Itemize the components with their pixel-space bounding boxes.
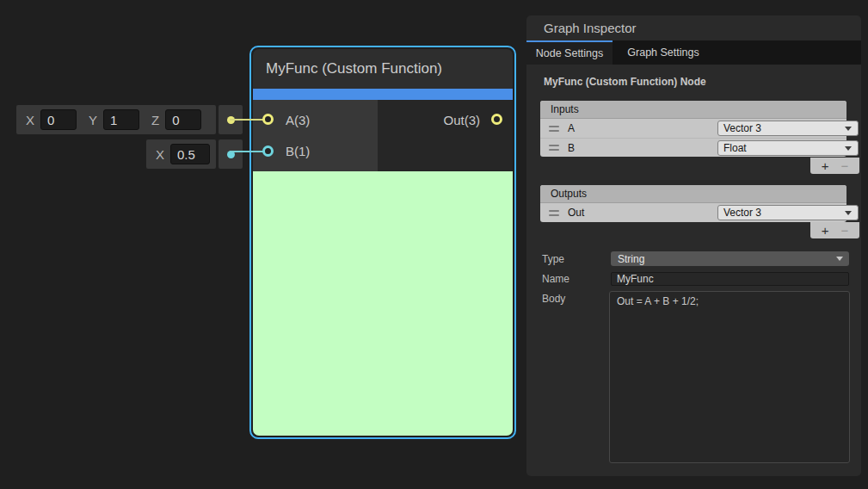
input-a-name: A <box>568 122 575 134</box>
output-out-name: Out <box>568 207 584 219</box>
chevron-down-icon <box>845 211 852 215</box>
x-value-field[interactable] <box>40 109 77 130</box>
input-b-type-dropdown[interactable]: Float <box>717 140 859 156</box>
inspector-title: Graph Inspector <box>544 21 637 35</box>
output-row-out[interactable]: Out Vector 3 <box>540 203 846 222</box>
float-value-field[interactable] <box>170 144 210 164</box>
type-label: Type <box>542 253 564 265</box>
type-value: String <box>618 253 644 265</box>
input-port-b-label: B(1) <box>286 144 310 158</box>
float-input-widget: X <box>146 139 216 169</box>
outputs-list: Outputs Out Vector 3 <box>540 185 846 222</box>
add-input-button[interactable]: + <box>822 159 829 172</box>
node-port-area: A(3) B(1) Out(3) <box>253 100 513 171</box>
output-port-out-label: Out(3) <box>443 113 480 127</box>
node-accent-bar <box>253 89 513 100</box>
tab-node-settings-label: Node Settings <box>536 47 604 59</box>
vector3-y-group: Y <box>89 109 139 130</box>
input-row-b[interactable]: B Float <box>540 138 846 157</box>
body-label: Body <box>542 293 565 305</box>
vector3-input-widget: X Y Z <box>16 105 216 134</box>
chevron-down-icon <box>836 257 843 261</box>
x-label: X <box>26 113 34 127</box>
outputs-list-title: Outputs <box>551 188 587 200</box>
name-field[interactable] <box>611 272 849 286</box>
vector3-x-group: X <box>26 109 77 130</box>
chevron-down-icon <box>845 146 852 151</box>
inputs-list-header: Inputs <box>540 101 846 119</box>
remove-input-button[interactable]: − <box>841 159 849 172</box>
node-input-port-panel <box>253 100 378 171</box>
add-output-button[interactable]: + <box>822 224 829 237</box>
inspector-title-bar[interactable]: Graph Inspector <box>526 15 861 40</box>
z-label: Z <box>151 113 159 127</box>
tab-graph-settings-label: Graph Settings <box>627 46 699 59</box>
input-row-a[interactable]: A Vector 3 <box>540 119 846 138</box>
drag-handle-icon[interactable] <box>549 210 559 216</box>
y-label: Y <box>89 113 97 127</box>
input-a-type-value: Vector 3 <box>723 122 761 134</box>
input-port-a-label: A(3) <box>286 113 310 127</box>
inputs-list-title: Inputs <box>551 103 579 115</box>
output-out-type-dropdown[interactable]: Vector 3 <box>717 205 859 220</box>
port-a-icon[interactable] <box>262 114 274 125</box>
float-x-label: X <box>156 147 164 162</box>
input-a-type-dropdown[interactable]: Vector 3 <box>717 121 859 136</box>
tab-graph-settings[interactable]: Graph Settings <box>613 40 714 65</box>
chevron-down-icon <box>845 127 852 131</box>
y-value-field[interactable] <box>103 109 139 130</box>
graph-inspector-panel: Graph Inspector Node Settings Graph Sett… <box>526 15 861 476</box>
vector3-z-group: Z <box>151 109 201 130</box>
remove-output-button[interactable]: − <box>841 224 849 237</box>
outputs-list-header: Outputs <box>540 185 846 203</box>
drag-handle-icon[interactable] <box>549 126 559 132</box>
drag-handle-icon[interactable] <box>549 145 559 151</box>
z-value-field[interactable] <box>165 109 201 130</box>
inputs-list-footer: + − <box>810 158 859 174</box>
input-b-type-value: Float <box>723 142 747 154</box>
body-field[interactable]: Out = A + B + 1/2; <box>609 291 850 463</box>
shader-graph-canvas[interactable]: X Y Z X MyFunc (Custom Function) A(3) B(… <box>0 0 868 489</box>
node-preview-area <box>253 171 513 436</box>
inspector-node-heading: MyFunc (Custom Function) Node <box>526 65 861 88</box>
float-port-stub[interactable] <box>219 139 243 169</box>
port-b-icon[interactable] <box>262 145 274 157</box>
tab-node-settings[interactable]: Node Settings <box>526 40 613 65</box>
outputs-list-footer: + − <box>810 222 859 238</box>
name-label: Name <box>542 273 569 285</box>
node-title-bar[interactable]: MyFunc (Custom Function) <box>253 49 513 89</box>
custom-function-node[interactable]: MyFunc (Custom Function) A(3) B(1) Out(3… <box>249 46 516 439</box>
inspector-tab-strip: Node Settings Graph Settings <box>526 40 861 65</box>
port-out-icon[interactable] <box>491 114 502 125</box>
node-title: MyFunc (Custom Function) <box>266 60 442 77</box>
inputs-list: Inputs A Vector 3 B Float <box>540 101 846 157</box>
output-out-type-value: Vector 3 <box>723 207 761 219</box>
input-b-name: B <box>568 142 575 154</box>
type-dropdown[interactable]: String <box>611 251 849 266</box>
